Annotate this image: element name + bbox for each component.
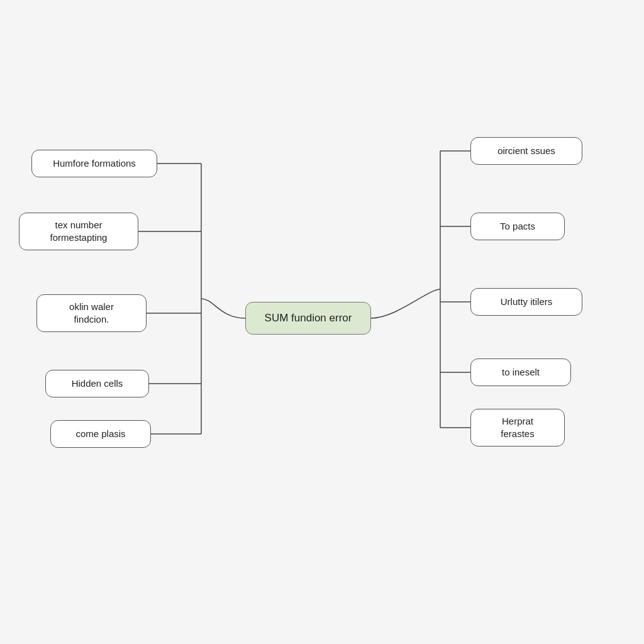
node-l5: come plasis: [50, 420, 151, 448]
node-l4: Hidden cells: [45, 370, 149, 397]
node-l3: oklin waler findcion.: [36, 294, 147, 332]
node-l2: tex number formestapting: [19, 213, 138, 250]
node-l1: Humfore formations: [31, 150, 157, 177]
node-r1: oircient ssues: [470, 137, 582, 165]
node-r2: To pacts: [470, 213, 565, 240]
node-r4: to ineselt: [470, 358, 571, 386]
mindmap-canvas: SUM fundion errorHumfore formationstex n…: [0, 0, 644, 644]
node-center: SUM fundion error: [245, 302, 371, 335]
node-r3: Urlutty itilers: [470, 288, 582, 316]
node-r5: Herprat ferastes: [470, 409, 565, 447]
